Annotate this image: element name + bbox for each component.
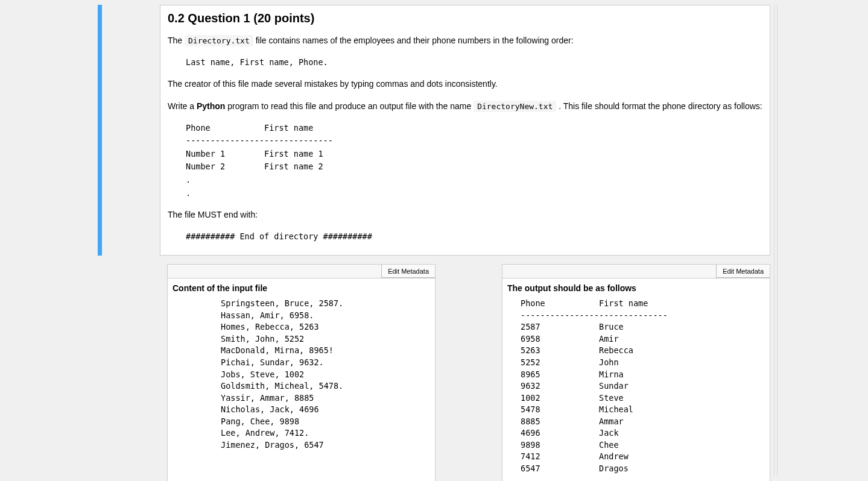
- prompt-gutter: [102, 5, 160, 256]
- bold-python: Python: [197, 101, 225, 111]
- question-cell: 0.2 Question 1 (20 points) The Directory…: [98, 5, 770, 256]
- edit-metadata-button[interactable]: Edit Metadata: [716, 265, 770, 278]
- input-file-cell: Edit Metadata Content of the input file …: [167, 264, 436, 481]
- prompt-gutter: [98, 264, 159, 481]
- question-line-3: Write a Python program to read this file…: [168, 99, 762, 113]
- question-line-4: The file MUST end with:: [168, 208, 762, 221]
- cell-toolbar: Edit Metadata: [502, 265, 770, 278]
- notebook: 0.2 Question 1 (20 points) The Directory…: [98, 5, 770, 481]
- code-filename-input: Directory.txt: [185, 35, 253, 46]
- text: program to read this file and produce an…: [225, 101, 474, 111]
- question-cell-body: 0.2 Question 1 (20 points) The Directory…: [160, 5, 770, 256]
- end-of-directory-line: ########## End of directory ##########: [186, 230, 762, 244]
- expected-output-content: Phone First name -----------------------…: [521, 298, 765, 474]
- text: . This file should format the phone dire…: [556, 101, 762, 111]
- examples-row: Edit Metadata Content of the input file …: [98, 264, 770, 481]
- input-file-content: Springsteen, Bruce, 2587. Hassan, Amir, …: [221, 298, 430, 451]
- text: The: [168, 36, 185, 45]
- question-line-1: The Directory.txt file contains names of…: [168, 34, 762, 48]
- input-file-title: Content of the input file: [173, 283, 267, 293]
- edit-metadata-button[interactable]: Edit Metadata: [381, 265, 435, 278]
- cell-selection-bar: [98, 5, 102, 256]
- expected-output-title: The output should be as follows: [507, 283, 636, 293]
- text: Write a: [168, 101, 197, 111]
- question-heading: 0.2 Question 1 (20 points): [168, 11, 762, 25]
- text: file contains names of the employees and…: [253, 36, 574, 45]
- code-filename-output: DirectoryNew.txt: [474, 101, 556, 112]
- question-line-2: The creator of this file made several mi…: [168, 77, 762, 90]
- cell-toolbar: Edit Metadata: [168, 265, 435, 278]
- sample-output-block: Phone First name -----------------------…: [186, 122, 762, 200]
- format-spec-line: Last name, First name, Phone.: [186, 56, 762, 69]
- examples-inner: Edit Metadata Content of the input file …: [167, 264, 770, 481]
- expected-output-cell: Edit Metadata The output should be as fo…: [502, 264, 770, 481]
